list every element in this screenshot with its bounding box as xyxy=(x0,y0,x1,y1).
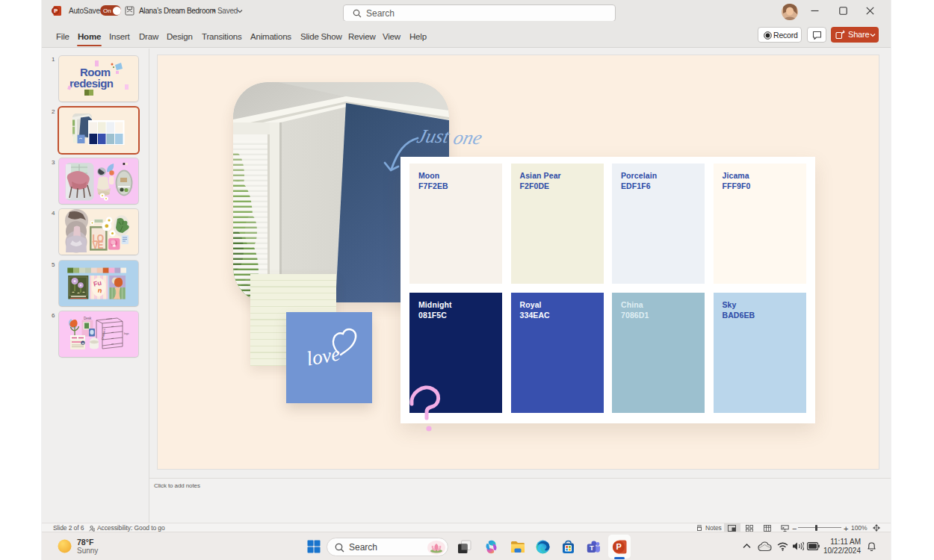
svg-text:legs: legs xyxy=(124,332,129,335)
svg-text:Just: Just xyxy=(415,125,452,147)
svg-text:VE: VE xyxy=(93,239,104,251)
svg-text:T: T xyxy=(590,544,594,552)
svg-text:P: P xyxy=(616,542,622,551)
svg-text:Desk: Desk xyxy=(84,317,92,320)
svg-text:P: P xyxy=(54,7,58,14)
svg-text:love: love xyxy=(305,342,342,370)
svg-text:Drawers: Drawers xyxy=(101,328,107,340)
svg-text:one: one xyxy=(451,126,485,149)
svg-text:redesign: redesign xyxy=(69,77,114,90)
